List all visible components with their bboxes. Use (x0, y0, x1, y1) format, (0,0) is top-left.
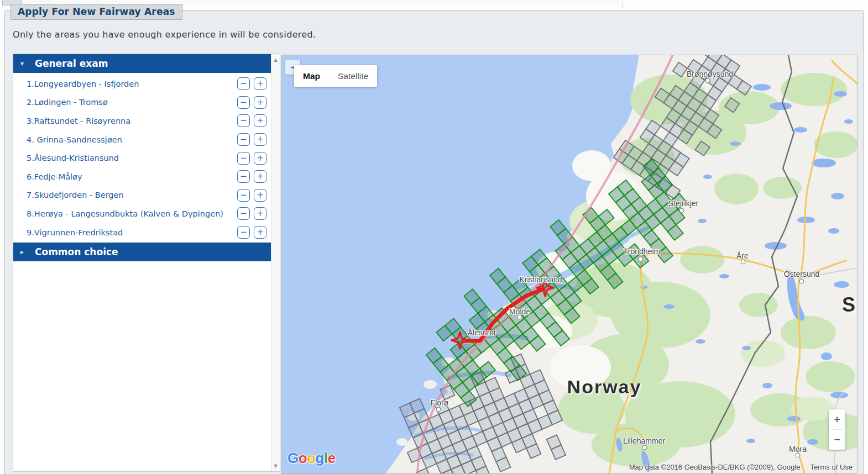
area-buttons: −+ (237, 189, 266, 202)
remove-area-button[interactable]: − (237, 96, 250, 109)
top-divider-tick (623, 2, 623, 9)
area-buttons: −+ (237, 96, 266, 109)
area-list-panel: ▾ General exam 1.Longyeardbyen - Isfjord… (13, 54, 280, 472)
area-buttons: −+ (237, 77, 266, 90)
section-label: Common choice (35, 246, 118, 257)
remove-area-button[interactable]: − (237, 189, 250, 202)
map-attribution: Map data ©2016 GeoBasis-DE/BKG (©2009), … (629, 463, 853, 471)
area-list-scroll: ▾ General exam 1.Longyeardbyen - Isfjord… (13, 54, 271, 471)
add-area-button[interactable]: + (254, 170, 266, 183)
section-general-exam[interactable]: ▾ General exam (13, 54, 271, 73)
area-buttons: −+ (237, 152, 266, 165)
add-area-button[interactable]: + (254, 114, 266, 127)
chevron-down-icon: ▾ (20, 60, 35, 67)
area-buttons: −+ (237, 170, 266, 183)
google-logo-letter: o (307, 450, 315, 466)
area-buttons: −+ (237, 207, 266, 220)
add-area-button[interactable]: + (254, 152, 266, 165)
add-area-button[interactable]: + (254, 207, 266, 220)
area-row: 3.Raftsundet - Risøyrenna−+ (13, 112, 271, 130)
area-row: 5.Ålesund-Kristiansund−+ (13, 149, 271, 167)
satellite-button[interactable]: Satellite (329, 65, 377, 87)
area-buttons: −+ (237, 226, 266, 239)
area-row: 1.Longyeardbyen - Isfjorden−+ (13, 75, 271, 93)
scroll-up-arrow[interactable]: ▲ (271, 55, 280, 64)
section-label: General exam (35, 58, 108, 69)
area-label: 6.Fedje-Måløy (27, 172, 237, 181)
area-label: 2.Lødingen - Tromsø (27, 98, 237, 107)
google-logo-letter: G (287, 450, 299, 466)
scroll-down-arrow[interactable]: ▼ (271, 461, 280, 470)
chevron-right-icon: ▸ (20, 248, 35, 256)
area-row: 8.Herøya - Langesundbukta (Kalven & Dypi… (13, 204, 271, 223)
zoom-control: + − (829, 409, 845, 450)
map-button[interactable]: Map (294, 65, 329, 87)
remove-area-button[interactable]: − (237, 170, 250, 183)
add-area-button[interactable]: + (254, 189, 266, 202)
fairway-panel: Apply For New Fairway Areas Only the are… (4, 10, 864, 474)
add-area-button[interactable]: + (254, 96, 266, 109)
google-logo-letter: o (299, 450, 307, 466)
area-label: 1.Longyeardbyen - Isfjorden (27, 80, 237, 88)
area-label: 5.Ålesund-Kristiansund (27, 154, 237, 162)
remove-area-button[interactable]: − (237, 226, 250, 239)
top-divider (0, 2, 623, 2)
page-title: Apply For New Fairway Areas (11, 4, 182, 20)
remove-area-button[interactable]: − (237, 114, 250, 127)
area-buttons: −+ (237, 114, 266, 127)
area-label: 3.Raftsundet - Risøyrenna (27, 117, 237, 125)
google-logo-letter: e (328, 450, 336, 466)
area-row: 7.Skudefjorden - Bergen−+ (13, 186, 271, 205)
area-list: 1.Longyeardbyen - Isfjorden−+2.Lødingen … (13, 73, 271, 243)
list-scrollbar[interactable]: ▲ ▼ (271, 54, 280, 471)
area-label: 7.Skudefjorden - Bergen (27, 191, 237, 199)
area-label: 8.Herøya - Langesundbukta (Kalven & Dypi… (27, 209, 237, 218)
google-logo-letter: l (324, 450, 328, 466)
add-area-button[interactable]: + (254, 77, 266, 90)
add-area-button[interactable]: + (254, 226, 266, 239)
map-canvas[interactable] (282, 55, 857, 473)
remove-area-button[interactable]: − (237, 77, 250, 90)
attribution-text: Map data ©2016 GeoBasis-DE/BKG (©2009), … (629, 463, 801, 471)
area-label: 4. Grinna-Sandnessjøen (27, 135, 237, 144)
terms-of-use-link[interactable]: Terms of Use (810, 463, 853, 471)
area-label: 9.Vigrunnen-Fredrikstad (27, 228, 237, 237)
google-logo-letter: g (316, 450, 324, 466)
remove-area-button[interactable]: − (237, 133, 250, 146)
map[interactable]: BrønnøysundSteinkjerTrondheimÅreÖstersun… (281, 55, 857, 474)
add-area-button[interactable]: + (254, 133, 266, 146)
remove-area-button[interactable]: − (237, 207, 250, 220)
zoom-out-button[interactable]: − (829, 430, 845, 450)
zoom-in-button[interactable]: + (829, 409, 845, 429)
page-subtitle: Only the areas you have enough experienc… (13, 29, 316, 40)
area-buttons: −+ (237, 133, 266, 146)
map-type-control: Map Satellite (294, 65, 377, 87)
section-common-choice[interactable]: ▸ Common choice (13, 243, 271, 261)
area-row: 9.Vigrunnen-Fredrikstad−+ (13, 223, 271, 242)
remove-area-button[interactable]: − (237, 152, 250, 165)
area-row: 6.Fedje-Måløy−+ (13, 167, 271, 186)
page: Apply For New Fairway Areas Only the are… (0, 0, 868, 474)
area-row: 2.Lødingen - Tromsø−+ (13, 93, 271, 112)
google-logo[interactable]: Google (287, 450, 336, 467)
area-row: 4. Grinna-Sandnessjøen−+ (13, 130, 271, 149)
